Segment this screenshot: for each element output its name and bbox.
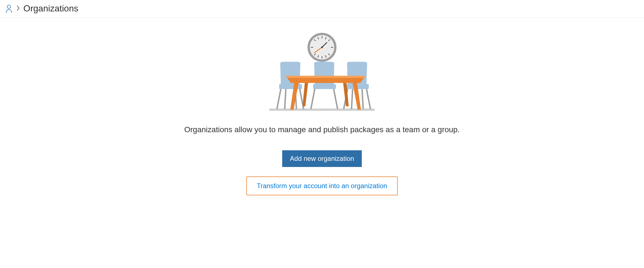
svg-line-28	[367, 89, 370, 109]
page-title: Organizations	[23, 3, 78, 14]
svg-line-19	[277, 89, 281, 109]
chevron-right-icon	[16, 5, 20, 12]
svg-line-30	[362, 89, 363, 109]
svg-point-16	[321, 46, 323, 48]
svg-rect-18	[279, 84, 302, 89]
svg-line-25	[334, 89, 338, 109]
svg-rect-32	[286, 76, 365, 78]
organizations-description: Organizations allow you to manage and pu…	[0, 125, 644, 134]
meeting-room-illustration	[255, 31, 389, 113]
svg-line-24	[311, 89, 315, 109]
svg-point-0	[7, 5, 11, 8]
transform-account-button[interactable]: Transform your account into an organizat…	[246, 176, 398, 195]
breadcrumb: Organizations	[0, 0, 644, 18]
main-content: Organizations allow you to manage and pu…	[0, 18, 644, 195]
svg-marker-35	[303, 83, 308, 106]
svg-line-29	[352, 89, 353, 109]
svg-rect-23	[313, 84, 336, 89]
add-new-organization-button[interactable]: Add new organization	[282, 150, 362, 167]
user-icon[interactable]	[5, 4, 13, 13]
svg-line-21	[285, 89, 286, 109]
